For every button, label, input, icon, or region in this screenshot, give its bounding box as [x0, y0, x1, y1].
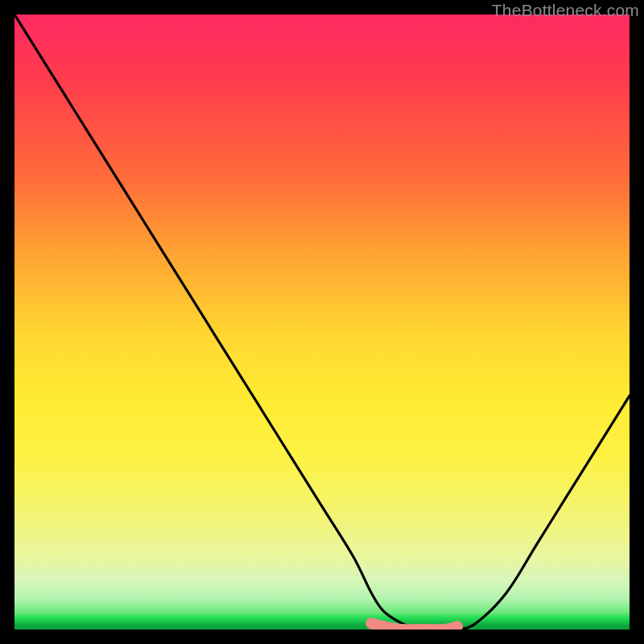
pink-highlight-path [371, 623, 457, 630]
plot-area [14, 14, 630, 630]
watermark-text: TheBottleneck.com [492, 1, 639, 20]
black-curve-group [14, 14, 630, 630]
pink-highlight-group [371, 623, 457, 630]
chart-svg [14, 14, 630, 630]
black-curve-path [14, 14, 630, 630]
chart-frame: TheBottleneck.com [0, 0, 644, 644]
